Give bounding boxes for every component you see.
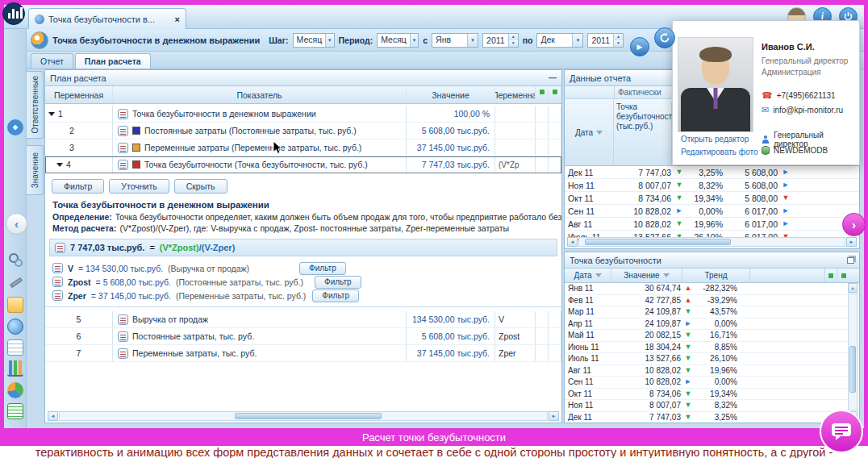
column-header-variable[interactable]: Переменная xyxy=(45,86,113,103)
notebook-icon[interactable] xyxy=(7,403,23,419)
gears-icon[interactable] xyxy=(7,252,23,268)
restore-icon[interactable] xyxy=(847,257,854,264)
filter-button[interactable]: Фильтр xyxy=(52,179,104,194)
column-header-trend[interactable]: Тренд xyxy=(682,269,750,282)
expand-icon[interactable] xyxy=(48,112,55,116)
filter-button[interactable]: Фильтр xyxy=(299,262,346,275)
column-header-variable2[interactable]: Переменная xyxy=(495,86,536,103)
close-icon[interactable]: × xyxy=(175,15,180,24)
spin-up-icon[interactable]: ▲ xyxy=(509,34,518,40)
divider xyxy=(45,306,561,307)
table-row[interactable]: Авг 1110 828,0219,96% xyxy=(565,365,848,377)
carousel-next-button[interactable]: › xyxy=(842,213,866,236)
sidebar-tab-value[interactable]: Значение xyxy=(27,145,44,195)
indicator-name: Точка безубыточности (Точка безубыточнос… xyxy=(144,160,368,169)
edit-photo-link[interactable]: Редактировать фото xyxy=(681,148,757,156)
tools-icon[interactable] xyxy=(7,274,23,290)
to-month-select[interactable]: Дек ▾ xyxy=(536,33,583,48)
table-row[interactable]: Июль 1113 527,6626,10% xyxy=(565,353,848,365)
scroll-thumb[interactable] xyxy=(849,346,856,392)
scroll-right-icon[interactable]: ► xyxy=(846,237,857,247)
table-row[interactable]: Мар 1124 109,8743,57% xyxy=(565,306,848,319)
step-label: Шаг: xyxy=(269,35,288,45)
table-row[interactable]: Ноя 118 007,078,32% xyxy=(565,400,848,412)
table-row[interactable]: 5 Выручка от продаж 134 530,00 тыс.руб. … xyxy=(45,311,561,328)
horizontal-scrollbar[interactable]: ◄ ► xyxy=(567,237,857,247)
vertical-scrollbar[interactable]: ▲ ▼ xyxy=(848,283,858,421)
column-header-indicator[interactable]: Показатель xyxy=(113,86,407,103)
from-month-select[interactable]: Янв ▾ xyxy=(432,33,478,48)
tab-report[interactable]: Отчет xyxy=(31,53,73,69)
scroll-left-icon[interactable]: ◄ xyxy=(48,411,58,421)
table-row[interactable]: Окт 118 734,0619,34%5 808,00 xyxy=(565,192,859,205)
settings-flower-icon[interactable] xyxy=(7,119,23,135)
pie-chart-icon[interactable] xyxy=(7,382,23,398)
report-icon xyxy=(35,15,44,24)
column-header-value[interactable]: Значение xyxy=(611,269,682,282)
filter-button[interactable]: Фильтр xyxy=(312,289,359,302)
step-value: Месяц xyxy=(294,34,326,47)
table-row[interactable]: Апр 1124 109,870,00% xyxy=(565,319,848,331)
horizontal-scrollbar[interactable]: ◄ ► xyxy=(48,411,559,421)
run-report-button[interactable]: ▶ xyxy=(630,37,649,56)
from-year-stepper[interactable]: 2011 ▲▼ xyxy=(482,33,519,48)
open-editor-link[interactable]: Открыть редактор xyxy=(681,135,749,144)
spin-down-icon[interactable]: ▼ xyxy=(614,40,623,47)
scroll-thumb[interactable] xyxy=(585,239,731,245)
table-icon[interactable] xyxy=(7,339,23,356)
table-row[interactable]: 3 Переменные затраты (Переменные затраты… xyxy=(45,139,561,156)
chevron-down-icon[interactable]: ▾ xyxy=(410,34,418,47)
minimize-icon[interactable]: — xyxy=(549,73,557,82)
table-row[interactable]: Дек 117 747,033,25% xyxy=(565,412,848,422)
trend-icon xyxy=(778,207,794,214)
folder-icon[interactable] xyxy=(7,297,23,313)
chat-fab-button[interactable] xyxy=(820,410,863,453)
sidebar-tab-responsible[interactable]: Ответственные xyxy=(27,71,44,139)
hide-button[interactable]: Скрыть xyxy=(174,179,227,194)
filter-button[interactable]: Фильтр xyxy=(315,276,361,289)
spin-down-icon[interactable]: ▼ xyxy=(509,40,518,47)
filter-icon[interactable] xyxy=(596,131,603,135)
table-row[interactable]: Авг 1110 828,0219,96%6 017,00 xyxy=(565,218,859,231)
refine-button[interactable]: Уточнить xyxy=(109,179,169,194)
filter-icon[interactable] xyxy=(663,273,670,277)
spin-up-icon[interactable]: ▲ xyxy=(614,34,623,40)
chevron-down-icon[interactable]: ▾ xyxy=(325,34,333,47)
table-row[interactable]: 2 Постоянные затраты (Постоянные затраты… xyxy=(45,123,561,139)
table-row[interactable]: Фев 1142 727,85-39,29% xyxy=(565,295,848,307)
table-row-selected[interactable]: 4 Точка безубыточности (Точка безубыточн… xyxy=(45,156,561,173)
period-select[interactable]: Месяц ▾ xyxy=(377,33,419,48)
carousel-prev-button[interactable]: ‹ xyxy=(6,213,27,235)
chevron-down-icon[interactable]: ▾ xyxy=(572,34,582,47)
scroll-thumb[interactable] xyxy=(235,413,381,419)
scroll-left-icon[interactable]: ◄ xyxy=(567,237,578,247)
table-row[interactable]: Май 1120 082,1516,71% xyxy=(565,330,848,342)
filter-icon[interactable] xyxy=(595,273,602,277)
chevron-down-icon[interactable]: ▾ xyxy=(467,34,478,47)
table-row[interactable]: Июнь 1118 304,248,85% xyxy=(565,342,848,354)
to-year-stepper[interactable]: 2011 ▲▼ xyxy=(587,33,624,48)
refresh-button[interactable] xyxy=(654,27,675,48)
expand-icon[interactable] xyxy=(56,163,63,167)
column-header-date[interactable]: Дата xyxy=(565,269,611,282)
globe-icon[interactable] xyxy=(7,319,23,335)
column-header-value[interactable]: Значение xyxy=(407,86,495,103)
scroll-right-icon[interactable]: ► xyxy=(549,411,559,421)
app-logo[interactable] xyxy=(2,2,25,25)
table-row[interactable]: 6 Постоянные затраты, тыс. руб. 5 608,00… xyxy=(45,328,561,345)
document-tab[interactable]: Точка безубыточности в... × xyxy=(28,8,186,29)
table-row[interactable]: Ноя 118 007,078,32%5 608,00 xyxy=(565,179,859,192)
table-row[interactable]: Окт 118 734,0619,34% xyxy=(565,389,848,401)
scroll-up-icon[interactable]: ▲ xyxy=(848,283,858,293)
bar-chart-icon[interactable] xyxy=(7,360,23,377)
table-row[interactable]: Сен 1110 828,020,00%6 017,00 xyxy=(565,205,859,218)
table-row[interactable]: Янв 1130 674,74-282,32% xyxy=(565,283,848,295)
table-row[interactable]: 1 Точка безубыточности в денежном выраже… xyxy=(45,106,561,123)
column-header-breakeven[interactable]: Точка безубыточности (тыс.руб.) xyxy=(614,102,672,165)
column-header-date[interactable]: Дата xyxy=(565,99,614,165)
table-row[interactable]: 7 Переменные затраты, тыс. руб. 37 145,0… xyxy=(45,345,561,362)
table-row[interactable]: Сен 1110 828,020,00% xyxy=(565,377,848,389)
tab-plan[interactable]: План расчета xyxy=(75,53,151,69)
table-row[interactable]: Дек 117 747,033,25%5 608,00 xyxy=(565,166,859,179)
step-select[interactable]: Месяц ▾ xyxy=(293,33,335,48)
